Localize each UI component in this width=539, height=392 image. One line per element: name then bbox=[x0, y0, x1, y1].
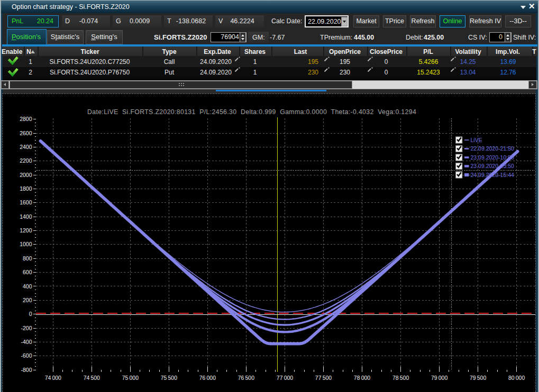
svg-text:0: 0 bbox=[29, 311, 32, 317]
svg-text:80 000: 80 000 bbox=[508, 375, 525, 381]
svg-text:1200: 1200 bbox=[20, 227, 32, 234]
svg-text:1400: 1400 bbox=[20, 213, 32, 220]
svg-text:600: 600 bbox=[23, 269, 32, 275]
svg-text:78 000: 78 000 bbox=[354, 375, 370, 381]
svg-text:23.09.2020-10:50: 23.09.2020-10:50 bbox=[471, 154, 514, 161]
svg-text:77 500: 77 500 bbox=[315, 375, 332, 381]
svg-text:75 500: 75 500 bbox=[161, 375, 177, 381]
svg-text:24.09.2020-15:44: 24.09.2020-15:44 bbox=[471, 172, 514, 178]
svg-text:77 000: 77 000 bbox=[277, 375, 293, 381]
svg-text:75 000: 75 000 bbox=[122, 375, 139, 381]
svg-text:76 500: 76 500 bbox=[238, 375, 254, 381]
svg-text:800: 800 bbox=[23, 255, 32, 262]
svg-text:2400: 2400 bbox=[20, 144, 32, 150]
svg-text:23.09.2020-23:50: 23.09.2020-23:50 bbox=[471, 163, 514, 169]
svg-text:2800: 2800 bbox=[20, 116, 32, 122]
svg-text:22.09.2020-21:50: 22.09.2020-21:50 bbox=[471, 145, 514, 152]
svg-text:-800: -800 bbox=[21, 367, 32, 373]
svg-text:79 500: 79 500 bbox=[470, 375, 486, 381]
svg-text:Date:LiVE Si.FORTS.Z2020:8013: Date:LiVE Si.FORTS.Z2020:80131 P/L:2456.… bbox=[87, 108, 416, 116]
svg-text:1800: 1800 bbox=[20, 185, 32, 192]
svg-text:1000: 1000 bbox=[20, 241, 32, 247]
svg-text:-600: -600 bbox=[21, 352, 32, 359]
svg-text:1600: 1600 bbox=[20, 199, 32, 206]
svg-text:76 000: 76 000 bbox=[199, 375, 216, 381]
svg-text:79 000: 79 000 bbox=[431, 375, 447, 381]
svg-text:400: 400 bbox=[23, 283, 32, 290]
svg-text:2200: 2200 bbox=[20, 157, 32, 164]
svg-text:-400: -400 bbox=[21, 339, 32, 345]
svg-text:74 500: 74 500 bbox=[84, 375, 100, 381]
svg-text:200: 200 bbox=[23, 297, 32, 303]
svg-text:-200: -200 bbox=[21, 325, 32, 331]
svg-text:2000: 2000 bbox=[20, 172, 32, 178]
svg-text:78 500: 78 500 bbox=[392, 375, 409, 381]
svg-text:LiVE: LiVE bbox=[471, 137, 482, 143]
svg-text:2600: 2600 bbox=[20, 130, 32, 136]
svg-text:74 000: 74 000 bbox=[45, 375, 61, 381]
